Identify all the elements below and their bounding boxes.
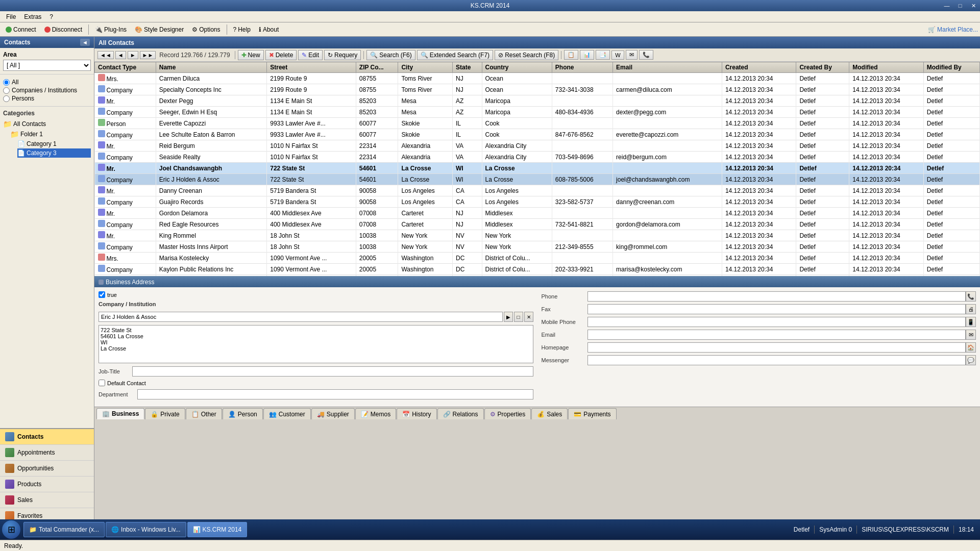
- tab-payments[interactable]: 💳 Payments: [568, 408, 616, 419]
- edit-btn[interactable]: ✎ Edit: [298, 50, 323, 60]
- tab-person[interactable]: 👤 Person: [223, 408, 263, 419]
- nav-opportunities[interactable]: Opportunities: [0, 461, 94, 477]
- fax-input[interactable]: [587, 304, 966, 314]
- mobile-input[interactable]: [587, 317, 966, 327]
- table-row[interactable]: Mrs. Carmen Diluca 2199 Route 9 08755 To…: [95, 73, 980, 84]
- table-row[interactable]: Company Eric J Holden & Assoc 722 State …: [95, 174, 980, 185]
- filter-all[interactable]: All: [3, 79, 91, 86]
- fax-btn[interactable]: 🖨: [966, 304, 976, 314]
- tab-history[interactable]: 📅 History: [397, 408, 436, 419]
- record-first-btn[interactable]: ◄◄: [97, 51, 114, 59]
- table-row[interactable]: Company Seeger, Edwin H Esq 1134 E Main …: [95, 107, 980, 118]
- email-btn[interactable]: ✉: [966, 330, 976, 340]
- word-btn[interactable]: W: [611, 51, 624, 60]
- filter-persons-radio[interactable]: [3, 95, 10, 102]
- mail-btn[interactable]: ✉: [626, 50, 638, 60]
- tab-other[interactable]: 📋 Other: [186, 408, 222, 419]
- toolbar-about[interactable]: ℹ About: [255, 24, 282, 35]
- minimize-btn[interactable]: —: [940, 0, 953, 11]
- filter-persons[interactable]: Persons: [3, 95, 91, 102]
- col-modified[interactable]: Modified: [849, 62, 924, 73]
- table-row[interactable]: Company Guajiro Records 5719 Bandera St …: [95, 196, 980, 208]
- tree-category1[interactable]: 📄 Category 1: [17, 139, 91, 148]
- requery-btn[interactable]: ↻ Requery: [324, 50, 361, 60]
- start-button[interactable]: ⊞: [2, 520, 20, 539]
- col-created-by[interactable]: Created By: [796, 62, 849, 73]
- taskbar-kscrm[interactable]: 📊 KS.CRM 2014: [187, 522, 248, 537]
- nav-contacts[interactable]: Contacts: [0, 429, 94, 445]
- address-textarea[interactable]: 722 State St 54601 La Crosse WI La Cross…: [99, 325, 533, 363]
- tab-private[interactable]: 🔒 Private: [145, 408, 185, 419]
- table-row[interactable]: Company Master Hosts Inns Airport 18 Joh…: [95, 241, 980, 253]
- toolbar-options[interactable]: ⚙ Options: [188, 24, 224, 35]
- table-row[interactable]: Company Specialty Concepts Inc 2199 Rout…: [95, 84, 980, 95]
- nav-sales[interactable]: Sales: [0, 492, 94, 508]
- department-input[interactable]: [137, 389, 533, 399]
- taskbar-inbox[interactable]: 🌐 Inbox - Windows Liv...: [106, 522, 186, 537]
- filter-companies[interactable]: Companies / Institutions: [3, 87, 91, 94]
- tab-relations[interactable]: 🔗 Relations: [437, 408, 484, 419]
- col-country[interactable]: Country: [482, 62, 552, 73]
- extended-search-btn[interactable]: 🔍 Extended Search (F7): [417, 50, 493, 60]
- tree-category3[interactable]: 📄 Category 3: [17, 148, 91, 158]
- table-row[interactable]: Company Red Eagle Resources 400 Middlese…: [95, 219, 980, 230]
- nav-products[interactable]: Products: [0, 477, 94, 492]
- table-row[interactable]: Person Everette Capozzi 9933 Lawler Ave …: [95, 118, 980, 129]
- messenger-btn[interactable]: 💬: [966, 355, 976, 365]
- email-input[interactable]: [587, 330, 966, 340]
- table-row[interactable]: Mr. Joel Chandsawangbh 722 State St 5460…: [95, 163, 980, 174]
- filter-companies-radio[interactable]: [3, 87, 10, 94]
- tree-folder1[interactable]: 📁 Folder 1: [10, 129, 91, 139]
- export-btn2[interactable]: 📊: [580, 50, 594, 60]
- table-row[interactable]: Company Lee Schulte Eaton & Barron 9933 …: [95, 129, 980, 140]
- col-created[interactable]: Created: [722, 62, 796, 73]
- table-row[interactable]: Mr. King Rommel 18 John St 10038 New Yor…: [95, 230, 980, 241]
- export-btn3[interactable]: 📑: [596, 50, 610, 60]
- toolbar-plugins[interactable]: 🔌 Plug-Ins: [91, 24, 130, 35]
- toolbar-style-designer[interactable]: 🎨 Style Designer: [131, 24, 187, 35]
- job-title-input[interactable]: [132, 366, 533, 377]
- contacts-table[interactable]: Contact Type Name Street ZIP Co... City …: [94, 62, 980, 276]
- col-modified-by[interactable]: Modified By: [923, 62, 979, 73]
- phone-call-btn[interactable]: 📞: [966, 291, 976, 302]
- company-open-btn[interactable]: □: [514, 312, 523, 322]
- record-next-btn[interactable]: ►: [128, 51, 138, 59]
- col-phone[interactable]: Phone: [552, 62, 612, 73]
- table-row[interactable]: Mr. Reid Bergum 1010 N Fairfax St 22314 …: [95, 140, 980, 152]
- default-address-checkbox[interactable]: [99, 291, 105, 298]
- toolbar-connect[interactable]: Connect: [2, 24, 40, 35]
- menu-help[interactable]: ?: [45, 12, 57, 21]
- tab-business[interactable]: 🏢 Business: [96, 408, 144, 419]
- homepage-btn[interactable]: 🏠: [966, 342, 976, 353]
- menu-file[interactable]: File: [2, 12, 20, 21]
- col-name[interactable]: Name: [156, 62, 266, 73]
- delete-btn[interactable]: ✖ Delete: [265, 50, 297, 60]
- nav-appointments[interactable]: Appointments: [0, 445, 94, 461]
- toolbar-help[interactable]: ? Help: [230, 24, 254, 35]
- messenger-input[interactable]: [587, 355, 966, 365]
- tab-customer[interactable]: 👥 Customer: [263, 408, 311, 419]
- table-row[interactable]: Company Seaside Realty 1010 N Fairfax St…: [95, 152, 980, 163]
- col-street[interactable]: Street: [267, 62, 356, 73]
- tree-all-contacts[interactable]: 📁 All Contacts: [3, 119, 91, 129]
- col-city[interactable]: City: [398, 62, 453, 73]
- collapse-panel-btn[interactable]: ◄: [80, 39, 90, 46]
- homepage-input[interactable]: [587, 342, 966, 353]
- filter-all-radio[interactable]: [3, 79, 10, 86]
- table-row[interactable]: Company Kaylon Public Relations Inc 1090…: [95, 264, 980, 275]
- maximize-btn[interactable]: □: [953, 0, 967, 11]
- phone-input[interactable]: [587, 291, 966, 302]
- col-email[interactable]: Email: [613, 62, 722, 73]
- new-btn[interactable]: ✚ New: [238, 50, 264, 60]
- area-select[interactable]: [ All ]: [3, 60, 91, 71]
- record-last-btn[interactable]: ►►: [140, 51, 156, 59]
- table-row[interactable]: Mrs. Marisa Kostelecky 1090 Vermont Ave …: [95, 253, 980, 264]
- col-zip[interactable]: ZIP Co...: [356, 62, 398, 73]
- record-prev-btn[interactable]: ◄: [115, 51, 126, 59]
- company-clear-btn[interactable]: ✕: [524, 312, 533, 322]
- tab-memos[interactable]: 📝 Memos: [355, 408, 396, 419]
- company-link-btn[interactable]: ▶: [504, 312, 513, 322]
- reset-search-btn[interactable]: ⊘ Reset Search (F8): [495, 50, 558, 60]
- phone-btn[interactable]: 📞: [639, 50, 653, 60]
- taskbar-total-commander[interactable]: 📁 Total Commander (x...: [23, 522, 105, 537]
